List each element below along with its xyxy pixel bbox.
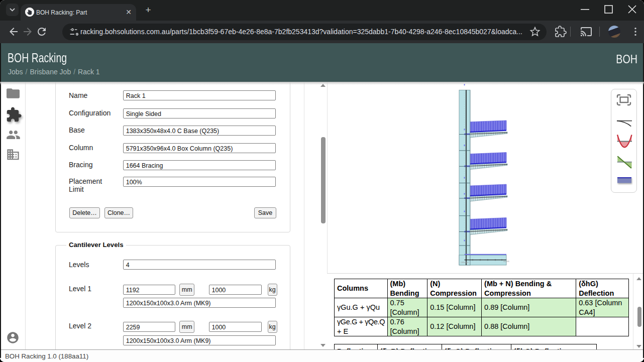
svg-text:1383x350: 1383x350 (461, 262, 469, 264)
svg-text:350x96: 350x96 (503, 261, 509, 263)
